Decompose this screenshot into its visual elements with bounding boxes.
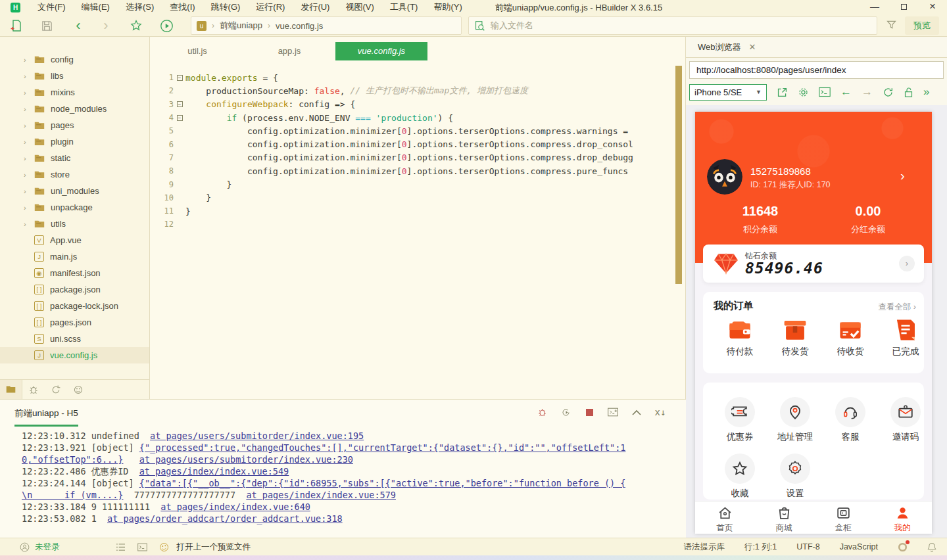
console-source-link[interactable]: {"data":[{"__ob__":{"dep":{"id":68955,"s…: [139, 478, 626, 488]
open-previous-preview[interactable]: 打开上一个预览文件: [177, 542, 251, 553]
restart-icon[interactable]: [560, 406, 571, 418]
editor-scrollbar[interactable]: [675, 66, 682, 284]
terminal-icon[interactable]: [137, 543, 147, 551]
login-status[interactable]: 未登录: [35, 542, 60, 553]
tree-folder-utils[interactable]: ›utils: [0, 216, 149, 232]
phone-tab-我的[interactable]: 我的: [873, 505, 932, 534]
device-select[interactable]: iPhone 5/SE ▼: [689, 84, 767, 101]
menu-item-0[interactable]: 文件(F): [30, 0, 74, 14]
tree-folder-node_modules[interactable]: ›node_modules: [0, 101, 149, 117]
tree-folder-config[interactable]: ›config: [0, 51, 149, 68]
forward-icon[interactable]: ›: [97, 17, 114, 34]
editor-tab-util.js[interactable]: util.js: [151, 42, 243, 60]
line-col-status[interactable]: 行:1 列:1: [744, 542, 777, 553]
service-item-优惠券[interactable]: 优惠券: [712, 397, 767, 443]
tree-file-manifest.json[interactable]: ◉manifest.json: [0, 265, 149, 281]
chevron-right-icon[interactable]: ›: [899, 256, 915, 271]
url-input[interactable]: http://localhost:8080/pages/user/index: [689, 61, 944, 79]
order-item-待收货[interactable]: 待收货: [823, 318, 878, 358]
unlock-icon[interactable]: [904, 87, 913, 98]
gear-icon[interactable]: [798, 87, 809, 98]
orders-view-all[interactable]: 查看全部 ›: [878, 302, 916, 313]
encoding-status[interactable]: UTF-8: [796, 542, 819, 551]
file-search-input[interactable]: 输入文件名: [468, 16, 877, 35]
close-button[interactable]: ×: [918, 0, 947, 14]
points-balance[interactable]: 11648 积分余额: [717, 204, 803, 235]
syntax-lib-status[interactable]: 语法提示库: [683, 542, 725, 553]
editor-tab-vue.config.js[interactable]: vue.config.js: [335, 42, 427, 60]
language-status[interactable]: JavaScript: [840, 542, 878, 551]
fold-icon[interactable]: −: [177, 101, 183, 107]
user-phone-number[interactable]: 15275189868: [750, 166, 811, 177]
more-icon[interactable]: »: [923, 85, 929, 99]
dividend-balance[interactable]: 0.00 分红余额: [825, 204, 911, 235]
menu-item-6[interactable]: 发行(U): [293, 0, 337, 14]
tree-folder-store[interactable]: ›store: [0, 166, 149, 183]
theme-icon[interactable]: [159, 542, 169, 552]
nav-back-icon[interactable]: ←: [840, 85, 852, 99]
collapse-icon[interactable]: [631, 406, 643, 418]
tree-file-main.js[interactable]: Jmain.js: [0, 248, 149, 265]
bell-icon[interactable]: [927, 542, 936, 552]
back-icon[interactable]: ‹: [70, 17, 87, 34]
service-item-设置[interactable]: 设置: [767, 454, 823, 500]
tree-folder-plugin[interactable]: ›plugin: [0, 133, 149, 150]
menu-item-8[interactable]: 工具(T): [382, 0, 426, 14]
open-external-icon[interactable]: [777, 87, 788, 98]
preview-button[interactable]: 预览: [905, 16, 939, 35]
console-source-link[interactable]: 0,"offsetTop":6...}: [22, 454, 123, 465]
fold-icon[interactable]: −: [177, 75, 183, 81]
fold-icon[interactable]: −: [177, 115, 183, 121]
tree-folder-unpackage[interactable]: ›unpackage: [0, 199, 149, 216]
service-item-地址管理[interactable]: 地址管理: [767, 397, 823, 443]
star-icon[interactable]: [128, 17, 145, 34]
minimize-button[interactable]: —: [860, 0, 889, 14]
console-source-link[interactable]: at pages/index/index.vue:549: [139, 466, 289, 477]
owl-avatar[interactable]: [707, 159, 742, 195]
tree-folder-static[interactable]: ›static: [0, 150, 149, 166]
chevron-right-icon[interactable]: ›: [900, 168, 905, 183]
project-explorer-icon[interactable]: [0, 380, 22, 400]
breadcrumb-file[interactable]: vue.config.js: [276, 21, 323, 31]
funnel-icon[interactable]: [886, 19, 897, 30]
breadcrumb[interactable]: u › 前端uniapp › vue.config.js: [191, 16, 462, 35]
diamond-balance-card[interactable]: 钻石余额 85496.46 ›: [703, 245, 924, 283]
menu-item-5[interactable]: 运行(R): [248, 0, 293, 14]
tree-file-vue.config.js[interactable]: Jvue.config.js: [0, 347, 149, 363]
console-source-link[interactable]: {"_processed":true,"changedTouches":[],"…: [139, 442, 626, 453]
bug-icon[interactable]: [536, 406, 548, 418]
menu-item-2[interactable]: 选择(S): [118, 0, 162, 14]
tree-file-package-lock.json[interactable]: [ ]package-lock.json: [0, 298, 149, 314]
extensions-view-icon[interactable]: [67, 380, 89, 400]
close-icon[interactable]: ✕: [749, 42, 756, 52]
refactor-view-icon[interactable]: [45, 380, 67, 400]
terminal-add-icon[interactable]: [607, 406, 619, 418]
phone-tab-首页[interactable]: 首页: [695, 505, 754, 534]
menu-item-3[interactable]: 查找(I): [162, 0, 203, 14]
new-file-icon[interactable]: [8, 17, 25, 34]
tree-file-pages.json[interactable]: [ ]pages.json: [0, 314, 149, 331]
tree-file-App.vue[interactable]: VApp.vue: [0, 232, 149, 248]
user-circle-icon[interactable]: [20, 542, 30, 552]
breadcrumb-project[interactable]: 前端uniapp: [220, 20, 262, 32]
service-item-客服[interactable]: 客服: [823, 397, 878, 443]
editor-tab-app.js[interactable]: app.js: [243, 42, 335, 60]
browser-tab[interactable]: Web浏览器 ✕: [686, 41, 765, 53]
run-icon[interactable]: [158, 17, 175, 34]
phone-tab-商城[interactable]: 商城: [754, 505, 813, 534]
clear-icon[interactable]: x↓: [654, 406, 666, 418]
console-source-link[interactable]: at pages/index/index.vue:579: [246, 490, 396, 500]
tree-folder-pages[interactable]: ›pages: [0, 117, 149, 133]
service-item-收藏[interactable]: 收藏: [712, 454, 767, 500]
debug-view-icon[interactable]: [22, 380, 45, 400]
menu-item-9[interactable]: 帮助(Y): [425, 0, 470, 14]
console-source-link[interactable]: \n if (vm....}: [22, 490, 123, 500]
devtools-console-icon[interactable]: [819, 87, 831, 97]
tree-file-package.json[interactable]: [ ]package.json: [0, 281, 149, 298]
console-source-link[interactable]: at pages/order_addcart/order_addcart.vue…: [107, 513, 343, 524]
tree-file-uni.scss[interactable]: Suni.scss: [0, 331, 149, 347]
tree-folder-libs[interactable]: ›libs: [0, 68, 149, 84]
order-item-待发货[interactable]: 待发货: [767, 318, 823, 358]
console-source-link[interactable]: at pages/index/index.vue:640: [160, 502, 310, 512]
nav-forward-icon[interactable]: →: [862, 85, 873, 99]
